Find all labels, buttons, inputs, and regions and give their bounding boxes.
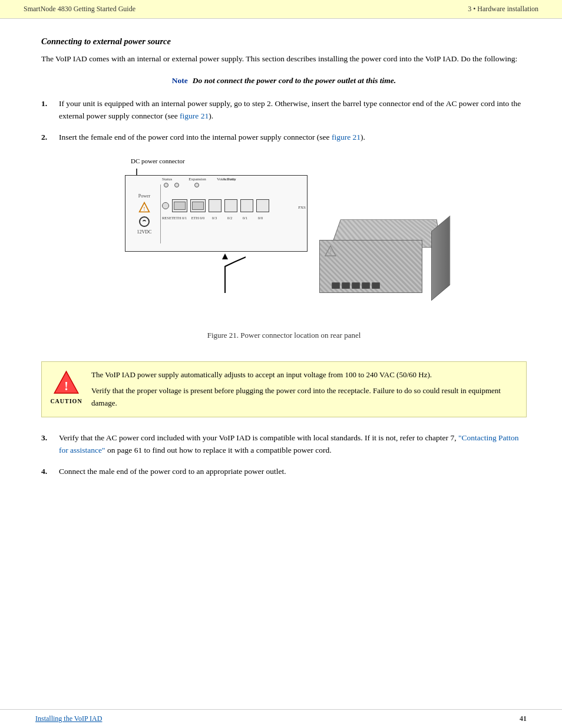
caution-label: CAUTION <box>50 398 82 404</box>
caution-icon-area: ! CAUTION <box>50 369 82 404</box>
power-section: Power ! 12VDC <box>128 185 161 243</box>
p02-label: 0/2 <box>223 216 236 220</box>
step-2-num: 2. <box>41 131 53 144</box>
power-inner <box>143 220 146 223</box>
step-2-link[interactable]: figure 21 <box>332 133 361 141</box>
eth-port-1-inner <box>174 202 186 210</box>
step-4-text: Connect the male end of the power cord t… <box>59 467 286 476</box>
p01-label: 0/1 <box>239 216 252 220</box>
device-port-row <box>332 282 380 289</box>
step-4: 4. Connect the male end of the power cor… <box>41 465 527 478</box>
note-label: Note <box>172 76 188 85</box>
arrow-to-device <box>204 249 246 296</box>
step-1-content: If your unit is equipped with an interna… <box>59 97 527 123</box>
svg-text:!: ! <box>64 379 68 393</box>
led-1 <box>164 183 168 187</box>
port-labels-row: RESET ETH 0/1 ETH 0/0 0/3 0/2 0/1 0/0 <box>162 216 267 220</box>
step-2-content: Insert the female end of the power cord … <box>59 131 527 144</box>
note-box: Note Do not connect the power cord to th… <box>41 76 527 85</box>
section-heading: Connecting to external power source <box>41 37 527 47</box>
led-2 <box>174 183 179 187</box>
step-3-num: 3. <box>41 431 53 457</box>
power-connector-icon <box>139 216 150 227</box>
figure-area: DC power connector Power ! <box>41 157 527 352</box>
fxs-label: FXS <box>298 205 306 210</box>
step-1-num: 1. <box>41 97 53 123</box>
ports-row <box>162 199 269 212</box>
steps-after-list: 3. Verify that the AC power cord include… <box>41 431 527 478</box>
eth00-label: ETH 0/0 <box>190 216 206 220</box>
eth01-label: ETH 0/1 <box>173 216 188 220</box>
chapter-num: 3 <box>468 5 471 13</box>
reset-button <box>162 202 169 209</box>
footer-bar: Installing the VoIP IAD 41 <box>0 709 562 728</box>
header-bar: SmartNode 4830 Getting Started Guide 3 •… <box>0 0 562 19</box>
caution-paragraph-2: Verify that the proper voltage is presen… <box>91 385 518 410</box>
caution-paragraph-1: The VoIP IAD power supply automatically … <box>91 369 518 381</box>
step-1-text-after: ). <box>209 111 213 120</box>
step-4-content: Connect the male end of the power cord t… <box>59 465 527 478</box>
steps-list: 1. If your unit is equipped with an inte… <box>41 97 527 144</box>
device-3d: ! <box>319 216 449 305</box>
step-4-num: 4. <box>41 465 53 478</box>
svg-text:!: ! <box>144 206 146 212</box>
footer-page-number: 41 <box>520 714 527 723</box>
caution-box: ! CAUTION The VoIP IAD power supply auto… <box>41 361 527 417</box>
front-panel: Power ! 12VDC Status Expansion <box>125 175 308 252</box>
step-2-text-before: Insert the female end of the power cord … <box>59 133 332 141</box>
caution-triangle-icon: ! <box>53 369 80 396</box>
d-port-2 <box>342 282 350 289</box>
figure-caption: Figure 21. Power connector location on r… <box>207 331 361 340</box>
power-label: Power <box>138 193 150 199</box>
note-text: Do not connect the power cord to the pow… <box>193 76 396 85</box>
voice-ports-label: Voice Ports <box>217 177 236 182</box>
dc-connector-label: DC power connector <box>131 157 185 164</box>
svg-text:!: ! <box>330 250 332 255</box>
d-port-1 <box>332 282 340 289</box>
device-front-face: ! <box>319 240 422 293</box>
d-port-3 <box>352 282 360 289</box>
voice-port-1 <box>209 199 222 212</box>
header-right-text: 3 • Hardware installation <box>468 5 538 14</box>
p00-label: 0/0 <box>254 216 267 220</box>
main-content: Connecting to external power source The … <box>0 19 562 516</box>
voice-port-3 <box>240 199 253 212</box>
step-3-text-after: on page 61 to find out how to replace it… <box>105 446 332 454</box>
step-2: 2. Insert the female end of the power co… <box>41 131 527 144</box>
eth-port-2 <box>190 199 206 212</box>
led-3 <box>194 183 199 187</box>
device-warning-icon: ! <box>325 245 336 257</box>
eth-port-1 <box>172 199 187 212</box>
header-bullet: • <box>473 5 475 13</box>
step-1-text-before: If your unit is equipped with an interna… <box>59 99 521 121</box>
header-left-text: SmartNode 4830 Getting Started Guide <box>24 5 135 14</box>
voice-port-2 <box>224 199 237 212</box>
chapter-title: Hardware installation <box>477 5 538 13</box>
device-side-face <box>431 216 450 301</box>
p03-label: 0/3 <box>208 216 221 220</box>
caution-text: The VoIP IAD power supply automatically … <box>91 369 518 409</box>
reset-port-label: RESET <box>162 216 170 220</box>
step-1-link[interactable]: figure 21 <box>180 111 209 120</box>
eth-port-2-inner <box>192 202 204 210</box>
led-row <box>164 183 199 187</box>
warning-triangle-icon: ! <box>138 201 151 214</box>
d-port-5 <box>372 282 380 289</box>
step-2-text-after: ). <box>361 133 365 141</box>
step-1: 1. If your unit is equipped with an inte… <box>41 97 527 123</box>
step-3: 3. Verify that the AC power cord include… <box>41 431 527 457</box>
svg-marker-4 <box>222 253 228 259</box>
d-port-4 <box>362 282 370 289</box>
voice-port-4 <box>256 199 269 212</box>
vdc-label: 12VDC <box>137 229 152 235</box>
figure-diagram: DC power connector Power ! <box>113 157 455 322</box>
footer-left-link[interactable]: Installing the VoIP IAD <box>35 714 102 723</box>
intro-text: The VoIP IAD comes with an internal or e… <box>41 52 527 65</box>
step-3-text-before: Verify that the AC power cord included w… <box>59 433 458 442</box>
step-3-content: Verify that the AC power cord included w… <box>59 431 527 457</box>
expansion-label: Expansion <box>189 177 206 182</box>
status-label: Status <box>162 177 172 182</box>
